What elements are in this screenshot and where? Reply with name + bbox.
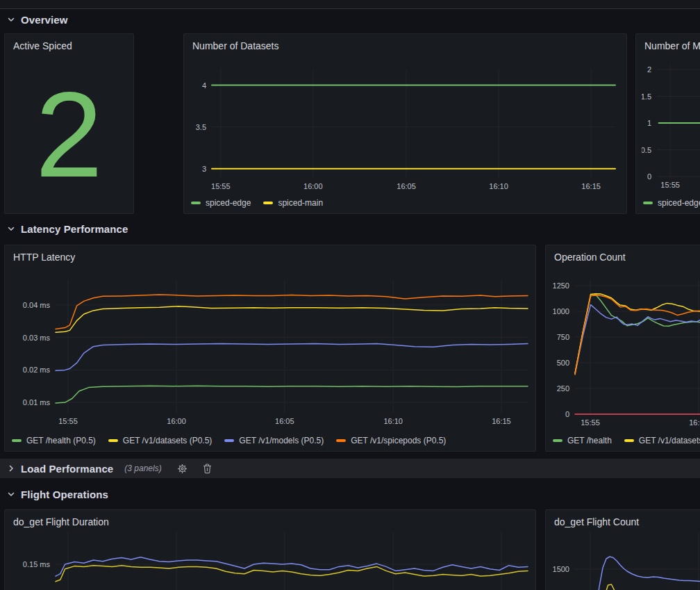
legend-item[interactable]: GET /v1/datasets (P0.5): [108, 436, 212, 445]
legend-item[interactable]: GET /health (P0.5): [12, 436, 96, 445]
y-tick-label: 3.5: [196, 123, 206, 131]
series-line: [56, 295, 528, 329]
models-chart[interactable]: 00.511.5215:55: [642, 54, 700, 194]
legend-item[interactable]: GET /v1/spicepods (P0.5): [336, 436, 446, 445]
legend-swatch: [263, 202, 273, 204]
section-title-latency: Latency Performance: [21, 223, 128, 235]
trash-icon[interactable]: [203, 464, 212, 474]
legend-label: GET /health: [567, 436, 612, 445]
legend-label: spiced-edge: [206, 198, 251, 208]
series-line: [595, 584, 700, 590]
series-line: [575, 304, 700, 373]
legend-item[interactable]: spiced-edge: [643, 198, 700, 208]
section-row-overview[interactable]: Overview: [0, 10, 700, 29]
y-tick-label: 0: [565, 410, 569, 418]
legend-swatch: [224, 439, 234, 442]
x-tick-label: 15:55: [581, 418, 600, 427]
operation-count-chart[interactable]: 02505007501000125015:5516:00: [551, 265, 700, 429]
y-tick-label: 0.15 ms: [23, 560, 51, 568]
legend-item[interactable]: GET /v1/datasets: [624, 436, 700, 445]
section-title-flight: Flight Operations: [21, 489, 108, 500]
section-title-load: Load Performance: [21, 463, 113, 475]
series-line: [575, 294, 700, 373]
section-row-flight[interactable]: Flight Operations: [0, 485, 700, 503]
flight-duration-chart[interactable]: 0.15 ms15:5516:0016:0516:1016:15: [10, 530, 530, 590]
x-tick-label: 16:05: [397, 182, 416, 190]
panel-number-of-models: Number of Models 00.511.5215:55 spiced-e…: [635, 33, 700, 214]
legend-item[interactable]: GET /health: [553, 436, 612, 445]
series-line: [56, 557, 528, 576]
x-tick-label: 16:05: [275, 417, 294, 425]
chart-legend: GET /health (P0.5)GET /v1/datasets (P0.5…: [12, 436, 446, 445]
legend-swatch: [191, 202, 201, 204]
legend-item[interactable]: spiced-main: [263, 198, 323, 208]
x-tick-label: 16:00: [689, 418, 700, 427]
datasets-chart[interactable]: 33.5415:5516:0016:0516:1016:15: [190, 54, 621, 194]
y-tick-label: 2: [647, 65, 651, 74]
grafana-dashboard: { "page": { "bg": "#111217", "panel_bg":…: [0, 0, 700, 590]
x-tick-label: 16:10: [489, 182, 508, 190]
panel-title[interactable]: do_get Flight Count: [554, 516, 639, 527]
y-tick-label: 0: [647, 172, 651, 181]
chart-legend: spiced-edge: [643, 198, 700, 208]
y-tick-label: 500: [557, 359, 569, 367]
http-latency-chart[interactable]: 0.01 ms0.02 ms0.03 ms0.04 ms15:5516:0016…: [10, 265, 530, 429]
stat-value: 2: [5, 34, 133, 213]
x-tick-label: 16:15: [492, 417, 511, 425]
x-tick-label: 15:55: [58, 417, 78, 425]
y-tick-label: 3: [202, 165, 206, 173]
y-tick-label: 1.5: [642, 92, 651, 101]
legend-label: GET /v1/spicepods (P0.5): [351, 436, 446, 445]
section-row-load[interactable]: Load Performance (3 panels): [0, 459, 700, 478]
legend-item[interactable]: spiced-edge: [191, 198, 251, 208]
x-tick-label: 16:10: [383, 417, 403, 425]
panel-number-of-datasets: Number of Datasets 33.5415:5516:0016:051…: [183, 33, 627, 214]
flight-count-chart[interactable]: 150015:5516:00: [551, 530, 700, 590]
y-tick-label: 0.02 ms: [23, 366, 51, 374]
chart-legend: spiced-edgespiced-main: [191, 198, 323, 208]
x-tick-label: 15:55: [660, 181, 680, 189]
legend-item[interactable]: GET /v1/models (P0.5): [224, 436, 324, 445]
panel-http-latency: HTTP Latency 0.01 ms0.02 ms0.03 ms0.04 m…: [4, 245, 536, 452]
chevron-down-icon: [7, 15, 15, 24]
chevron-down-icon: [7, 224, 15, 233]
y-tick-label: 750: [557, 333, 569, 341]
series-line: [56, 306, 528, 332]
legend-swatch: [643, 202, 653, 204]
legend-label: GET /v1/datasets (P0.5): [123, 436, 212, 445]
legend-swatch: [336, 439, 346, 442]
panel-active-spiced: Active Spiced 2: [4, 33, 134, 214]
legend-swatch: [553, 439, 562, 442]
x-tick-label: 16:00: [167, 417, 186, 425]
y-tick-label: 1000: [553, 307, 569, 316]
y-tick-label: 250: [557, 384, 569, 393]
series-line: [56, 386, 528, 403]
series-line: [56, 566, 528, 582]
legend-swatch: [12, 439, 22, 442]
series-line: [56, 344, 528, 371]
section-row-latency[interactable]: Latency Performance: [0, 220, 700, 238]
legend-label: spiced-main: [278, 198, 323, 208]
panel-title[interactable]: do_get Flight Duration: [13, 516, 109, 527]
y-tick-label: 0.01 ms: [23, 398, 51, 407]
legend-swatch: [624, 439, 634, 442]
gear-icon[interactable]: [177, 464, 188, 474]
legend-label: spiced-edge: [658, 198, 700, 208]
panel-title[interactable]: Operation Count: [554, 252, 626, 263]
y-tick-label: 0.5: [642, 146, 651, 154]
x-tick-label: 16:15: [581, 182, 601, 190]
legend-label: GET /health (P0.5): [26, 436, 96, 445]
y-tick-label: 1: [647, 119, 651, 127]
chevron-down-icon: [7, 490, 15, 498]
y-tick-label: 0.03 ms: [23, 334, 51, 342]
panel-title[interactable]: Active Spiced: [13, 40, 72, 51]
panel-count-label: (3 panels): [124, 464, 161, 473]
panel-title[interactable]: Number of Models: [644, 40, 700, 51]
panel-title[interactable]: HTTP Latency: [13, 252, 75, 263]
legend-swatch: [108, 439, 118, 442]
y-tick-label: 1500: [553, 565, 569, 573]
x-tick-label: 15:55: [211, 182, 231, 190]
y-tick-label: 1250: [553, 281, 569, 290]
chart-legend: GET /healthGET /v1/datasets: [553, 436, 700, 445]
panel-title[interactable]: Number of Datasets: [192, 40, 279, 51]
